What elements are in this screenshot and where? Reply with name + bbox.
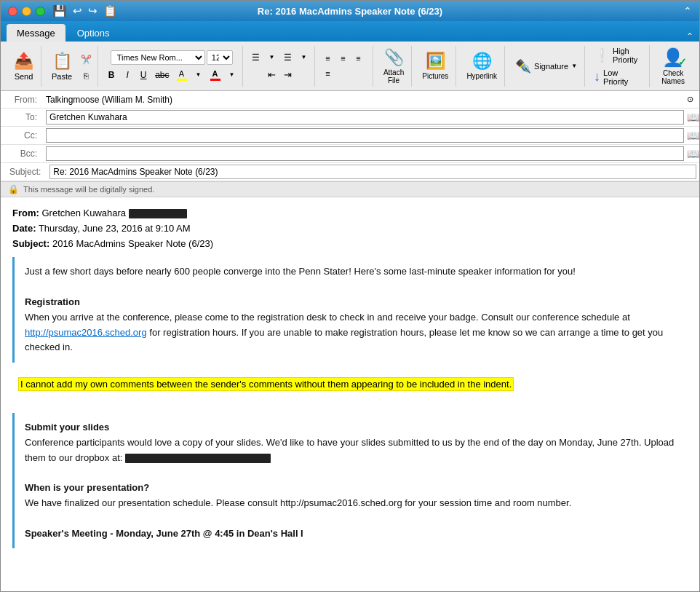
paste-button[interactable]: 📋 Paste bbox=[47, 50, 76, 83]
undo-icon[interactable]: ↩ bbox=[73, 4, 82, 17]
collapse-icon[interactable]: ⌃ bbox=[683, 5, 692, 17]
hyperlink-label: Hyperlink bbox=[466, 72, 497, 80]
email-date-value: Thursday, June 23, 2016 at 9:10 AM bbox=[39, 223, 191, 234]
align-center-button[interactable]: ≡ bbox=[336, 51, 351, 66]
align-right-button[interactable]: ≡ bbox=[351, 51, 366, 66]
indent-increase-icon: ⇥ bbox=[284, 69, 292, 80]
email-from-name: Gretchen Kuwahara bbox=[41, 208, 126, 218]
to-address-book-icon[interactable]: 📖 bbox=[687, 111, 699, 123]
subject-row: Subject: Re: 2016 MacAdmins Speaker Note… bbox=[1, 163, 699, 181]
numbered-list-button[interactable]: ☰ bbox=[281, 50, 295, 65]
ribbon-tabs: Message Options ⌃ bbox=[1, 21, 699, 42]
check-names-button[interactable]: 👤 ✓ CheckNames bbox=[656, 45, 691, 87]
from-label: From: bbox=[1, 92, 43, 107]
attach-group: 📎 AttachFile bbox=[376, 46, 412, 87]
globe-icon: 🌐 bbox=[472, 52, 492, 71]
email-body: From: Gretchen Kuwahara Date: Thursday, … bbox=[1, 197, 699, 591]
window-controls bbox=[8, 7, 45, 16]
bcc-address-book-icon[interactable]: 📖 bbox=[687, 148, 699, 159]
high-priority-button[interactable]: ❕ High Priority bbox=[591, 45, 646, 66]
cut-button[interactable]: ✂️ bbox=[78, 52, 95, 67]
from-redacted bbox=[129, 209, 187, 218]
paperclip-icon: 📎 bbox=[384, 48, 404, 67]
low-priority-label: Low Priority bbox=[603, 68, 643, 86]
bold-button[interactable]: B bbox=[104, 68, 119, 82]
bullet-list-button[interactable]: ☰ bbox=[249, 50, 263, 65]
font-color-button[interactable]: A bbox=[207, 68, 223, 82]
copy-button[interactable]: ⎘ bbox=[78, 68, 95, 83]
dropbox-link-redacted bbox=[125, 454, 271, 463]
align-justify-button[interactable]: ≡ bbox=[321, 66, 335, 81]
to-input[interactable]: Gretchen Kuwahara bbox=[46, 110, 684, 125]
underline-button[interactable]: U bbox=[136, 68, 151, 82]
bcc-label: Bcc: bbox=[1, 146, 43, 161]
subject-label: Subject: bbox=[1, 165, 47, 179]
maximize-button[interactable] bbox=[36, 7, 45, 16]
cc-row: Cc: 📖 bbox=[1, 127, 699, 145]
numbered-list-dropdown[interactable]: ▼ bbox=[297, 50, 311, 65]
send-icon: 📤 bbox=[14, 52, 33, 71]
signature-button[interactable]: ✒️ Signature ▼ bbox=[511, 56, 581, 76]
section2-title: Submit your slides bbox=[25, 422, 109, 433]
indent-decrease-icon: ⇤ bbox=[268, 69, 276, 80]
close-button[interactable] bbox=[8, 7, 17, 16]
cc-input[interactable] bbox=[46, 128, 684, 143]
to-row: To: Gretchen Kuwahara 📖 bbox=[1, 108, 699, 127]
signature-group: ✒️ Signature ▼ bbox=[508, 46, 585, 87]
attach-file-button[interactable]: 📎 AttachFile bbox=[379, 46, 408, 87]
font-size-select[interactable]: 12 bbox=[207, 50, 233, 65]
minimize-button[interactable] bbox=[22, 7, 31, 16]
section1-title: Registration bbox=[25, 296, 80, 307]
align-left-button[interactable]: ≡ bbox=[321, 51, 335, 66]
low-priority-icon: ↓ bbox=[594, 69, 600, 84]
indent-decrease-button[interactable]: ⇤ bbox=[265, 68, 279, 82]
italic-button[interactable]: I bbox=[120, 68, 135, 82]
tab-message[interactable]: Message bbox=[7, 24, 65, 42]
cc-address-book-icon[interactable]: 📖 bbox=[687, 130, 699, 141]
bcc-row: Bcc: 📖 bbox=[1, 145, 699, 163]
tab-options[interactable]: Options bbox=[67, 24, 120, 42]
align-justify-icon: ≡ bbox=[325, 69, 330, 78]
highlight-icon: A bbox=[179, 69, 184, 78]
pictures-button[interactable]: 🖼️ Pictures bbox=[418, 50, 453, 82]
ribbon-collapse-icon[interactable]: ⌃ bbox=[686, 31, 693, 42]
bcc-input[interactable] bbox=[46, 146, 684, 161]
subject-input[interactable]: Re: 2016 MacAdmins Speaker Note (6/23) bbox=[49, 165, 696, 179]
dropdown-font-color-button[interactable]: ▼ bbox=[225, 68, 239, 82]
strikethrough-button[interactable]: abc bbox=[152, 68, 172, 82]
align-left-icon: ≡ bbox=[325, 54, 330, 63]
indent-increase-button[interactable]: ⇥ bbox=[281, 68, 295, 82]
from-value: Talkingmoose (William M. Smith) bbox=[43, 92, 681, 107]
hyperlink-button[interactable]: 🌐 Hyperlink bbox=[462, 50, 501, 82]
send-button[interactable]: 📤 Send bbox=[9, 50, 38, 83]
signature-icon: ✒️ bbox=[515, 58, 531, 74]
from-expand-icon[interactable]: ⊙ bbox=[681, 95, 699, 104]
save-icon[interactable]: 💾 bbox=[52, 4, 67, 18]
pictures-icon: 🖼️ bbox=[426, 52, 445, 71]
redo-icon[interactable]: ↪ bbox=[88, 4, 98, 17]
high-priority-icon: ❕ bbox=[594, 47, 610, 63]
section3-body: We have finalized our presentation sched… bbox=[25, 496, 677, 511]
psumac-link[interactable]: http://psumac2016.sched.org bbox=[25, 327, 147, 338]
font-family-select[interactable]: Times New Rom... bbox=[111, 50, 205, 65]
cc-label: Cc: bbox=[1, 128, 43, 143]
date-field-label: Date: bbox=[12, 223, 36, 234]
highlight-button[interactable]: A bbox=[174, 68, 190, 82]
email-from-line: From: Gretchen Kuwahara bbox=[12, 206, 688, 221]
email-subject-line: Subject: 2016 MacAdmins Speaker Note (6/… bbox=[12, 237, 688, 252]
compose-form: From: Talkingmoose (William M. Smith) ⊙ … bbox=[1, 91, 699, 182]
dropdown-highlight-button[interactable]: ▼ bbox=[191, 68, 206, 82]
clipboard-icon[interactable]: 📋 bbox=[103, 4, 117, 17]
user-comment-area[interactable]: I cannot add my own comments between the… bbox=[12, 374, 688, 395]
to-label: To: bbox=[1, 110, 43, 125]
high-priority-label: High Priority bbox=[613, 47, 643, 64]
font-color-icon: A bbox=[212, 69, 218, 78]
title-bar-right: ⌃ bbox=[683, 5, 692, 17]
align-right-icon: ≡ bbox=[356, 54, 360, 63]
low-priority-button[interactable]: ↓ Low Priority bbox=[591, 67, 646, 87]
signature-label: Signature bbox=[534, 62, 568, 71]
email-quoted-content: Just a few short days before nearly 600 … bbox=[12, 257, 688, 363]
bullet-list-dropdown[interactable]: ▼ bbox=[265, 50, 279, 65]
send-label: Send bbox=[15, 72, 33, 81]
lists-group: ☰ ▼ ☰ ▼ ⇤ ⇥ bbox=[246, 46, 315, 87]
